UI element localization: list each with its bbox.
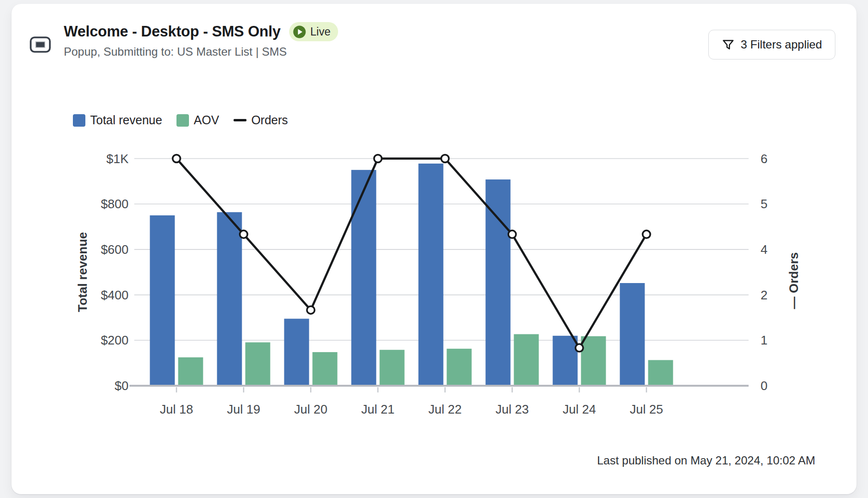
legend-label: AOV	[194, 113, 219, 127]
play-icon	[293, 25, 306, 38]
legend-item-aov: AOV	[176, 113, 219, 127]
filters-button-label: 3 Filters applied	[741, 38, 822, 51]
aov-swatch	[176, 114, 189, 127]
legend-item-total-revenue: Total revenue	[73, 113, 162, 127]
title-row: Welcome - Desktop - SMS Only Live	[64, 22, 338, 41]
legend-label: Orders	[251, 113, 288, 127]
popup-window-icon	[30, 36, 51, 53]
status-badge-label: Live	[310, 25, 330, 38]
chart-legend: Total revenue AOV Orders	[73, 113, 288, 127]
filters-applied-button[interactable]: 3 Filters applied	[708, 30, 835, 59]
left-axis-title: Total revenue	[73, 200, 92, 344]
legend-label: Total revenue	[90, 113, 162, 127]
filter-funnel-icon	[722, 38, 735, 51]
status-badge: Live	[289, 22, 338, 41]
page-title: Welcome - Desktop - SMS Only	[64, 23, 281, 40]
right-axis-title: — Orders	[784, 209, 803, 353]
orders-line-swatch	[234, 119, 246, 121]
subtitle: Popup, Submitting to: US Master List | S…	[64, 45, 287, 59]
analytics-card	[12, 4, 856, 494]
legend-item-orders: Orders	[234, 113, 288, 127]
total-revenue-swatch	[73, 114, 85, 127]
page: Welcome - Desktop - SMS Only Live Popup,…	[0, 0, 868, 498]
last-published-note: Last published on May 21, 2024, 10:02 AM	[597, 454, 815, 467]
